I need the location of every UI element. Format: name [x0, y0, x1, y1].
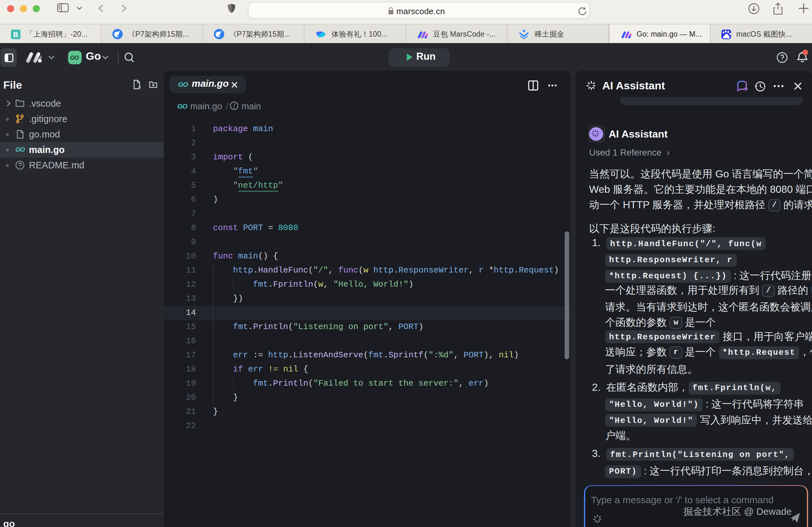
- svg-text:f: f: [233, 102, 236, 109]
- svg-text:B: B: [13, 30, 18, 38]
